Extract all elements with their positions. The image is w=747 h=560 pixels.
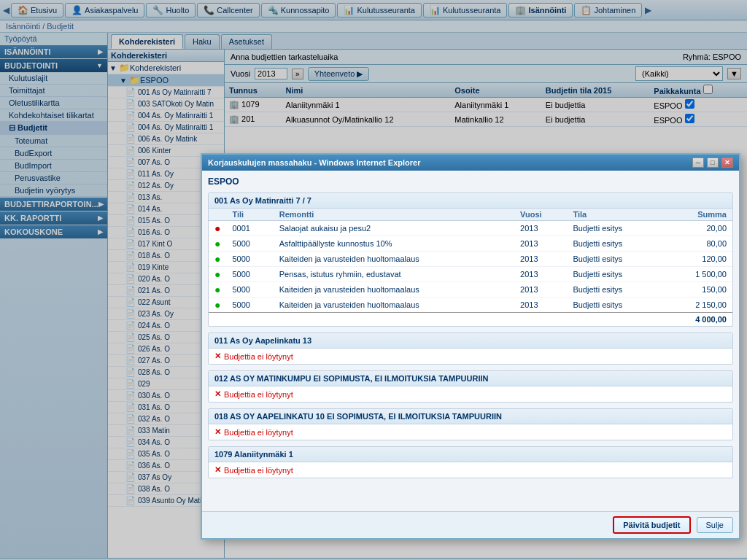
modal-maximize-button[interactable]: □ (707, 158, 719, 168)
cell-tila: Budjetti esitys (567, 221, 664, 236)
cell-tili: 5000 (226, 282, 273, 298)
modal-title: Korjauskulujen massahaku - Windows Inter… (208, 158, 420, 167)
cell-summa: 20,00 (665, 221, 732, 236)
modal-footer: Päivitä budjetit Sulje (202, 511, 739, 538)
cell-tili: 0001 (226, 221, 273, 236)
modal-overlay: Korjauskulujen massahaku - Windows Inter… (0, 0, 747, 560)
budget-row: ● 5000 Asfalttipäällyste kunnostus 10% 2… (209, 236, 732, 252)
total-value: 4 000,00 (665, 313, 732, 327)
col-vuosi: Vuosi (514, 209, 567, 221)
cell-summa: 120,00 (665, 252, 732, 267)
cell-tili: 5000 (226, 236, 273, 252)
status-dot-cell: ● (209, 236, 226, 252)
modal-controls: ─ □ ✕ (692, 158, 733, 168)
col-tili-label: Tili (226, 209, 273, 221)
budget-rows: ● 0001 Salaojat aukaisu ja pesu2 2013 Bu… (209, 221, 732, 313)
total-label (209, 313, 665, 327)
cell-summa: 2 150,00 (665, 298, 732, 313)
budget-row: ● 0001 Salaojat aukaisu ja pesu2 2013 Bu… (209, 221, 732, 236)
budget-section-header-018: 018 AS OY AAPELINKATU 10 EI SOPIMUSTA, E… (209, 409, 732, 424)
cell-tila: Budjetti esitys (567, 282, 664, 298)
no-budget-012: ✕ Budjettia ei löytynyt (209, 386, 732, 402)
cell-vuosi: 2013 (514, 221, 567, 236)
status-dot-cell: ● (209, 221, 226, 236)
col-remontti: Remontti (274, 209, 514, 221)
cell-remontti: Kaiteiden ja varusteiden huoltomaalaus (274, 282, 514, 298)
budget-table-001: Tili Remontti Vuosi Tila Summa ● 0001 Sa… (209, 209, 732, 326)
col-tila: Tila (567, 209, 664, 221)
x3-icon: ✕ (214, 427, 221, 437)
cell-tila: Budjetti esitys (567, 252, 664, 267)
cell-tila: Budjetti esitys (567, 298, 664, 313)
cell-vuosi: 2013 (514, 282, 567, 298)
cell-summa: 1 500,00 (665, 267, 732, 282)
close-button[interactable]: Sulje (697, 517, 733, 533)
cell-tila: Budjetti esitys (567, 267, 664, 282)
status-dot-cell: ● (209, 252, 226, 267)
budget-section-018: 018 AS OY AAPELINKATU 10 EI SOPIMUSTA, E… (208, 408, 733, 440)
budget-section-1079: 1079 Alaniitynmäki 1 ✕ Budjettia ei löyt… (208, 446, 733, 478)
cell-remontti: Pensas, istutus ryhmiin, edustavat (274, 267, 514, 282)
budget-row: ● 5000 Kaiteiden ja varusteiden huoltoma… (209, 282, 732, 298)
cell-vuosi: 2013 (514, 236, 567, 252)
no-budget-1079: ✕ Budjettia ei löytynyt (209, 462, 732, 478)
budget-row: ● 5000 Kaiteiden ja varusteiden huoltoma… (209, 298, 732, 313)
cell-summa: 80,00 (665, 236, 732, 252)
cell-tila: Budjetti esitys (567, 236, 664, 252)
no-budget-018: ✕ Budjettia ei löytynyt (209, 424, 732, 440)
no-budget-011: ✕ Budjettia ei löytynyt (209, 349, 732, 364)
modal-titlebar: Korjauskulujen massahaku - Windows Inter… (202, 155, 739, 171)
budget-row: ● 5000 Kaiteiden ja varusteiden huoltoma… (209, 252, 732, 267)
col-tili (209, 209, 226, 221)
budget-row: ● 5000 Pensas, istutus ryhmiin, edustava… (209, 267, 732, 282)
cell-remontti: Kaiteiden ja varusteiden huoltomaalaus (274, 298, 514, 313)
modal-region-label: ESPOO (208, 176, 733, 187)
col-summa: Summa (665, 209, 732, 221)
modal-window: Korjauskulujen massahaku - Windows Inter… (201, 153, 740, 540)
modal-minimize-button[interactable]: ─ (692, 158, 704, 168)
cell-tili: 5000 (226, 267, 273, 282)
cell-vuosi: 2013 (514, 298, 567, 313)
budget-section-011: 011 As Oy Aapelinkatu 13 ✕ Budjettia ei … (208, 332, 733, 365)
cell-remontti: Asfalttipäällyste kunnostus 10% (274, 236, 514, 252)
cell-vuosi: 2013 (514, 252, 567, 267)
budget-section-header-001: 001 As Oy Matinraitti 7 / 7 (209, 193, 732, 209)
modal-content: ESPOO 001 As Oy Matinraitti 7 / 7 Tili R… (202, 171, 739, 511)
status-dot-cell: ● (209, 282, 226, 298)
x-icon: ✕ (214, 351, 221, 361)
budget-section-012: 012 AS OY MATINKUMPU EI SOPIMUSTA, EI IL… (208, 370, 733, 402)
cell-summa: 150,00 (665, 282, 732, 298)
cell-tili: 5000 (226, 252, 273, 267)
update-budgets-button[interactable]: Päivitä budjetit (613, 516, 690, 534)
budget-section-header-1079: 1079 Alaniitynmäki 1 (209, 447, 732, 462)
status-dot-cell: ● (209, 298, 226, 313)
budget-section-header-012: 012 AS OY MATINKUMPU EI SOPIMUSTA, EI IL… (209, 371, 732, 386)
budget-section-001: 001 As Oy Matinraitti 7 / 7 Tili Remontt… (208, 192, 733, 327)
cell-remontti: Salaojat aukaisu ja pesu2 (274, 221, 514, 236)
cell-remontti: Kaiteiden ja varusteiden huoltomaalaus (274, 252, 514, 267)
cell-tili: 5000 (226, 298, 273, 313)
budget-section-header-011: 011 As Oy Aapelinkatu 13 (209, 333, 732, 349)
x2-icon: ✕ (214, 389, 221, 399)
x4-icon: ✕ (214, 465, 221, 475)
cell-vuosi: 2013 (514, 267, 567, 282)
modal-close-button[interactable]: ✕ (721, 158, 733, 168)
status-dot-cell: ● (209, 267, 226, 282)
